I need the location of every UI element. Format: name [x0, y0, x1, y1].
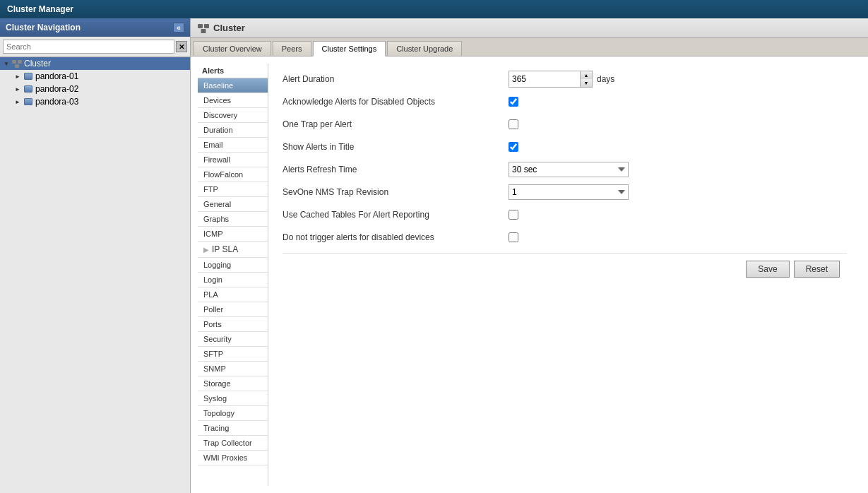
disabled-devices-checkbox[interactable]: [509, 232, 518, 242]
tab-peers[interactable]: Peers: [273, 41, 311, 56]
menu-item-duration[interactable]: Duration: [198, 123, 268, 138]
search-bar: ✕: [0, 37, 190, 57]
tree-pandora-01[interactable]: ► pandora-01: [0, 70, 190, 83]
show-alerts-control: [509, 142, 518, 152]
menu-item-syslog[interactable]: Syslog: [198, 391, 268, 406]
content-area: Cluster Cluster Overview Peers Cluster S…: [191, 18, 868, 493]
menu-item-ftp[interactable]: FTP: [198, 182, 268, 197]
menu-item-devices[interactable]: Devices: [198, 93, 268, 108]
menu-item-trap-collector[interactable]: Trap Collector: [198, 436, 268, 451]
trap-revision-control: 1 2: [509, 184, 629, 200]
alert-duration-down[interactable]: ▼: [581, 79, 592, 87]
app-title: Cluster Manager: [7, 4, 73, 14]
server-icon-01: [23, 71, 34, 81]
menu-item-icmp[interactable]: ICMP: [198, 227, 268, 242]
title-bar: Cluster Manager: [0, 0, 868, 18]
menu-item-security[interactable]: Security: [198, 332, 268, 347]
menu-item-graphs[interactable]: Graphs: [198, 212, 268, 227]
form-row-trap-revision: SevOne NMS Trap Revision 1 2: [283, 184, 847, 201]
pandora03-label: pandora-03: [35, 97, 78, 107]
menu-item-login[interactable]: Login: [198, 273, 268, 287]
svg-rect-1: [18, 60, 22, 64]
acknowledge-checkbox[interactable]: [509, 97, 518, 107]
tabs-bar: Cluster Overview Peers Cluster Settings …: [191, 38, 868, 57]
tab-cluster-upgrade[interactable]: Cluster Upgrade: [387, 41, 462, 56]
menu-item-discovery[interactable]: Discovery: [198, 108, 268, 123]
content-title: Cluster: [213, 23, 245, 33]
disabled-devices-control: [509, 232, 518, 242]
search-input[interactable]: [3, 40, 174, 54]
menu-section-alerts: Alerts: [198, 64, 268, 78]
menu-item-email[interactable]: Email: [198, 138, 268, 153]
alert-duration-input[interactable]: [509, 71, 580, 87]
menu-item-flowfalcon[interactable]: FlowFalcon: [198, 167, 268, 182]
menu-item-sftp[interactable]: SFTP: [198, 347, 268, 362]
server-icon-02: [23, 84, 34, 94]
cached-tables-control: [509, 210, 518, 220]
label-disabled-devices: Do not trigger alerts for disabled devic…: [283, 232, 509, 242]
label-trap-revision: SevOne NMS Trap Revision: [283, 187, 509, 197]
svg-rect-4: [204, 24, 209, 28]
menu-item-topology[interactable]: Topology: [198, 406, 268, 421]
sidebar: Cluster Navigation « ✕ ▼ Cluster: [0, 18, 191, 493]
tree-cluster[interactable]: ▼ Cluster: [0, 57, 190, 70]
menu-item-general[interactable]: General: [198, 197, 268, 212]
one-trap-checkbox[interactable]: [509, 119, 518, 129]
pandora02-label: pandora-02: [35, 84, 78, 94]
svg-rect-5: [201, 29, 206, 33]
alert-duration-up[interactable]: ▲: [581, 71, 592, 79]
form-row-alert-duration: Alert Duration ▲ ▼ days: [283, 71, 847, 88]
form-row-refresh-time: Alerts Refresh Time 10 sec 30 sec 1 min …: [283, 161, 847, 178]
reset-button[interactable]: Reset: [794, 261, 840, 278]
menu-item-poller[interactable]: Poller: [198, 302, 268, 317]
form-row-one-trap: One Trap per Alert: [283, 116, 847, 133]
menu-item-ipsla[interactable]: ▶ IP SLA: [198, 242, 268, 258]
label-refresh-time: Alerts Refresh Time: [283, 165, 509, 174]
label-alert-duration: Alert Duration: [283, 74, 509, 84]
menu-item-pla[interactable]: PLA: [198, 287, 268, 302]
pandora01-expand: ►: [14, 73, 21, 80]
cluster-label: Cluster: [24, 59, 51, 69]
show-alerts-checkbox[interactable]: [509, 142, 518, 152]
server-icon-03: [23, 97, 34, 107]
settings-form: Alert Duration ▲ ▼ days: [268, 64, 861, 486]
acknowledge-control: [509, 97, 518, 107]
content-header: Cluster: [191, 18, 868, 38]
cluster-header-icon: [198, 23, 209, 33]
cached-tables-checkbox[interactable]: [509, 210, 518, 220]
settings-menu: Alerts Baseline Devices Discovery Durati…: [198, 64, 268, 486]
tree-pandora-02[interactable]: ► pandora-02: [0, 83, 190, 95]
settings-layout: Alerts Baseline Devices Discovery Durati…: [198, 64, 861, 486]
tree-container: ▼ Cluster ► pandora-01: [0, 57, 190, 493]
cluster-icon: [11, 59, 23, 69]
menu-item-storage[interactable]: Storage: [198, 376, 268, 391]
label-show-alerts: Show Alerts in Title: [283, 142, 509, 152]
tab-cluster-overview[interactable]: Cluster Overview: [194, 41, 271, 56]
one-trap-control: [509, 119, 518, 129]
menu-item-snmp[interactable]: SNMP: [198, 362, 268, 376]
menu-item-wmi-proxies[interactable]: WMI Proxies: [198, 451, 268, 465]
form-row-cached-tables: Use Cached Tables For Alert Reporting: [283, 206, 847, 223]
tab-cluster-settings[interactable]: Cluster Settings: [313, 41, 386, 57]
menu-item-baseline[interactable]: Baseline: [198, 78, 268, 93]
menu-item-logging[interactable]: Logging: [198, 258, 268, 273]
menu-item-tracing[interactable]: Tracing: [198, 421, 268, 436]
settings-panel: Alerts Baseline Devices Discovery Durati…: [191, 57, 868, 493]
sidebar-title: Cluster Navigation: [6, 23, 81, 32]
search-clear-button[interactable]: ✕: [176, 41, 187, 52]
label-cached-tables: Use Cached Tables For Alert Reporting: [283, 210, 509, 220]
menu-item-firewall[interactable]: Firewall: [198, 153, 268, 167]
trap-revision-select[interactable]: 1 2: [509, 184, 629, 200]
form-row-show-alerts: Show Alerts in Title: [283, 138, 847, 155]
menu-item-ports[interactable]: Ports: [198, 317, 268, 332]
svg-rect-0: [12, 60, 16, 64]
refresh-time-control: 10 sec 30 sec 1 min 5 min: [509, 162, 629, 177]
svg-rect-2: [15, 64, 19, 68]
main-layout: Cluster Navigation « ✕ ▼ Cluster: [0, 18, 868, 493]
label-one-trap: One Trap per Alert: [283, 119, 509, 129]
alert-duration-unit: days: [597, 74, 614, 84]
collapse-button[interactable]: «: [173, 23, 184, 32]
save-button[interactable]: Save: [746, 261, 789, 278]
refresh-time-select[interactable]: 10 sec 30 sec 1 min 5 min: [509, 162, 629, 177]
tree-pandora-03[interactable]: ► pandora-03: [0, 95, 190, 108]
